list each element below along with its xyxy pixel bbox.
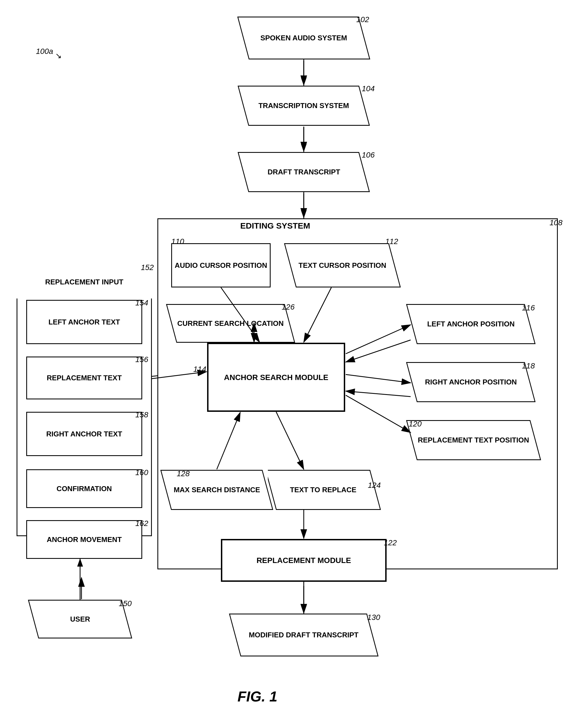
left-anchor-text-box: LEFT ANCHOR TEXT xyxy=(26,300,142,344)
text-to-replace-label: TEXT TO REPLACE xyxy=(290,485,357,494)
draft-transcript-ref: 106 xyxy=(362,151,375,159)
right-anchor-text-box: RIGHT ANCHOR TEXT xyxy=(26,412,142,456)
text-to-replace-box: TEXT TO REPLACE xyxy=(271,470,376,510)
transcription-system-label: TRANSCRIPTION SYSTEM xyxy=(258,101,349,110)
spoken-audio-ref: 102 xyxy=(356,15,369,24)
left-anchor-position-label: LEFT ANCHOR POSITION xyxy=(427,319,515,329)
figure-title: FIG. 1 xyxy=(238,688,277,705)
left-anchor-position-box: LEFT ANCHOR POSITION xyxy=(411,304,530,344)
replacement-input-label: REPLACEMENT INPUT xyxy=(45,278,123,287)
audio-cursor-ref: 110 xyxy=(171,237,184,246)
text-cursor-position-label: TEXT CURSOR POSITION xyxy=(299,261,386,270)
anchor-search-module-label: ANCHOR SEARCH MODULE xyxy=(224,372,328,382)
left-anchor-text-ref: 154 xyxy=(135,298,148,307)
current-search-location-label: CURRENT SEARCH LOCATION xyxy=(177,319,284,328)
current-search-ref: 126 xyxy=(282,303,295,311)
anchor-movement-box: ANCHOR MOVEMENT xyxy=(26,520,142,559)
editing-system-ref: 108 xyxy=(550,218,562,227)
replacement-text-label: REPLACEMENT TEXT xyxy=(47,373,122,383)
replacement-text-position-label: REPLACEMENT TEXT POSITION xyxy=(418,436,529,445)
left-anchor-text-label: LEFT ANCHOR TEXT xyxy=(48,317,120,327)
left-anchor-position-ref: 116 xyxy=(522,304,535,312)
draft-transcript-label: DRAFT TRANSCRIPT xyxy=(268,167,340,177)
text-cursor-ref: 112 xyxy=(385,237,398,246)
draft-transcript-box: DRAFT TRANSCRIPT xyxy=(243,152,364,192)
anchor-search-ref: 114 xyxy=(193,365,206,374)
replacement-module-box: REPLACEMENT MODULE xyxy=(221,539,387,582)
right-anchor-position-box: RIGHT ANCHOR POSITION xyxy=(411,362,530,402)
right-anchor-text-ref: 158 xyxy=(135,411,148,419)
diagram-ref-label: 100a xyxy=(36,47,53,56)
replacement-text-box: REPLACEMENT TEXT xyxy=(26,357,142,399)
replacement-text-ref: 156 xyxy=(135,355,148,364)
right-anchor-text-label: RIGHT ANCHOR TEXT xyxy=(46,430,122,439)
spoken-audio-system-box: SPOKEN AUDIO SYSTEM xyxy=(243,17,364,59)
audio-cursor-position-box: AUDIO CURSOR POSITION xyxy=(171,243,271,287)
replacement-input-ref: 152 xyxy=(141,263,154,272)
confirmation-label: CONFIRMATION xyxy=(57,484,112,493)
user-ref: 150 xyxy=(119,599,132,608)
text-cursor-position-box: TEXT CURSOR POSITION xyxy=(290,243,395,287)
anchor-movement-ref: 162 xyxy=(135,519,148,528)
diagram-container: 100a ↘ SPOKEN AUDIO SYSTEM 102 TRANSCRIP… xyxy=(0,0,581,728)
replacement-text-position-box: REPLACEMENT TEXT POSITION xyxy=(411,420,536,460)
confirmation-box: CONFIRMATION xyxy=(26,469,142,508)
transcription-ref: 104 xyxy=(362,84,375,93)
spoken-audio-system-label: SPOKEN AUDIO SYSTEM xyxy=(260,33,347,43)
modified-draft-transcript-ref: 130 xyxy=(367,613,380,622)
anchor-movement-label: ANCHOR MOVEMENT xyxy=(47,535,122,544)
max-search-distance-label: MAX SEARCH DISTANCE xyxy=(174,485,260,494)
current-search-location-box: CURRENT SEARCH LOCATION xyxy=(171,304,290,343)
transcription-system-box: TRANSCRIPTION SYSTEM xyxy=(243,86,364,126)
max-search-distance-ref: 128 xyxy=(177,469,190,478)
replacement-input-label-box: REPLACEMENT INPUT xyxy=(17,265,152,298)
replacement-module-ref: 122 xyxy=(384,538,397,547)
editing-system-label: EDITING SYSTEM xyxy=(240,221,310,231)
user-box: USER xyxy=(33,600,127,639)
audio-cursor-position-label: AUDIO CURSOR POSITION xyxy=(174,261,267,270)
modified-draft-transcript-label: MODIFIED DRAFT TRANSCRIPT xyxy=(249,630,358,640)
modified-draft-transcript-box: MODIFIED DRAFT TRANSCRIPT xyxy=(235,614,373,656)
anchor-search-module-box: ANCHOR SEARCH MODULE xyxy=(207,343,345,412)
replacement-module-label: REPLACEMENT MODULE xyxy=(256,555,351,565)
replacement-text-position-ref: 120 xyxy=(409,420,422,428)
right-anchor-position-label: RIGHT ANCHOR POSITION xyxy=(425,378,517,387)
right-anchor-position-ref: 118 xyxy=(522,362,535,370)
text-to-replace-ref: 124 xyxy=(368,481,381,490)
user-label: USER xyxy=(70,615,90,624)
confirmation-ref: 160 xyxy=(135,468,148,477)
